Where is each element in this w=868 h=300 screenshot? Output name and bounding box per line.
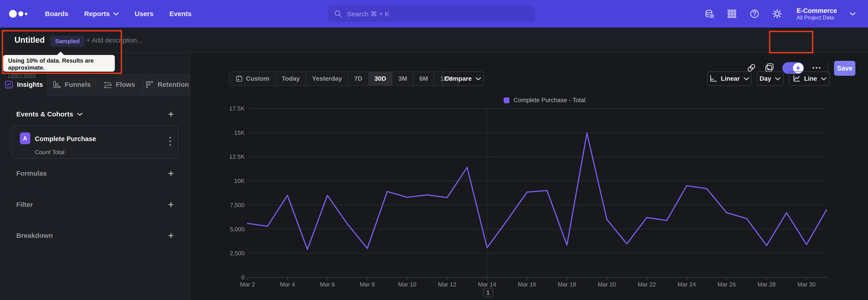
formulas-title: Formulas [16,170,47,177]
svg-text:Mar 2: Mar 2 [240,281,255,288]
sampling-tooltip: Using 10% of data. Results are approxima… [3,55,115,72]
add-breakdown-button[interactable]: + [168,231,174,241]
range-today[interactable]: Today [275,72,306,86]
event-card[interactable]: A Complete Purchase Count Total [11,126,179,159]
chevron-down-icon [821,77,827,81]
mixpanel-logo-icon[interactable] [9,10,27,18]
chevron-down-icon [743,77,749,81]
svg-text:Mar 4: Mar 4 [280,281,295,288]
svg-text:Mar 8: Mar 8 [360,281,375,288]
section-label: Events & Cohorts [16,110,73,118]
breakdown-title: Breakdown [16,232,53,239]
svg-text:17.5K: 17.5K [229,105,245,112]
scale-label: Linear [721,75,740,82]
linear-axis-icon [709,74,717,83]
tab-retention[interactable]: Retention [143,74,191,96]
chart-legend[interactable]: Complete Purchase - Total [504,97,585,104]
svg-text:Mar 30: Mar 30 [798,281,816,288]
granularity-dropdown[interactable]: Day [757,71,783,86]
svg-text:15K: 15K [234,129,245,136]
mixpanel-insights-page: Boards Reports Users Events Search ⌘ + K [0,0,868,300]
svg-text:Mar 24: Mar 24 [678,281,696,288]
line-chart-icon [792,74,800,83]
range-label: 6M [419,75,428,82]
funnels-bars-icon [52,80,61,89]
tooltip-text: Using 10% of data. Results are approxima… [8,57,110,71]
range-label: Today [282,75,300,82]
add-event-button[interactable]: + [168,109,174,119]
apps-grid-icon[interactable] [727,9,737,19]
calendar-icon [236,75,243,82]
nav-label: Reports [84,10,110,18]
chart-type-dropdown[interactable]: Line [789,71,830,86]
svg-text:7,500: 7,500 [230,202,245,208]
compare-label: Compare [444,75,472,82]
search-input[interactable]: Search ⌘ + K [328,5,535,22]
event-letter-badge: A [20,132,30,144]
report-header: Untitled Sampled + Add description... Sa… [0,28,868,53]
tab-label: Retention [158,81,189,88]
nav-item-events[interactable]: Events [169,10,191,18]
nav-item-users[interactable]: Users [135,10,153,18]
section-label: Formulas [16,170,47,177]
breakdown-section: Breakdown + [16,231,174,241]
nav-label: Events [169,10,191,18]
nav-label: Boards [45,10,68,18]
svg-text:Mar 28: Mar 28 [757,281,776,288]
pagination-page-1[interactable]: 1 [483,288,493,297]
range-30d-selected[interactable]: 30D [368,72,392,86]
svg-text:12.5K: 12.5K [229,153,245,160]
svg-text:Mar 20: Mar 20 [598,281,616,288]
nav-item-boards[interactable]: Boards [45,10,68,18]
svg-text:Mar 18: Mar 18 [558,281,576,288]
search-placeholder: Search ⌘ + K [347,10,390,18]
settings-gear-icon[interactable] [772,9,782,19]
add-filter-button[interactable]: + [168,200,174,210]
svg-text:2,500: 2,500 [230,250,245,257]
data-management-icon[interactable] [704,9,714,19]
chevron-down-icon [775,77,781,81]
more-options-icon[interactable] [812,66,821,70]
save-button[interactable]: Save [834,61,855,76]
tab-label: Insights [17,81,43,88]
formulas-section: Formulas + [16,169,174,178]
filter-title: Filter [16,201,33,208]
range-yesterday[interactable]: Yesterday [306,72,348,86]
scale-dropdown[interactable]: Linear [707,71,751,86]
chevron-down-icon [113,12,119,16]
svg-text:10K: 10K [234,177,245,184]
range-label: Custom [246,75,270,82]
svg-text:Mar 26: Mar 26 [717,281,736,288]
lightning-icon [796,65,801,71]
range-6m[interactable]: 6M [413,72,434,86]
nav-item-reports[interactable]: Reports [84,10,119,18]
report-title[interactable]: Untitled [14,35,45,45]
add-formula-button[interactable]: + [168,169,174,178]
sampled-badge[interactable]: Sampled [50,36,85,47]
range-7d[interactable]: 7D [348,72,368,86]
help-icon[interactable] [749,9,760,19]
event-name[interactable]: Complete Purchase [35,135,96,143]
chart-type-label: Line [804,75,817,82]
legend-label: Complete Purchase - Total [514,97,585,104]
kebab-menu-icon[interactable] [168,136,172,147]
range-3m[interactable]: 3M [392,72,413,86]
chevron-down-icon [77,112,83,116]
nav-label: Users [135,10,153,18]
insights-chart-icon [4,80,13,89]
granularity-label: Day [760,75,771,82]
add-description[interactable]: + Add description... [86,37,142,44]
events-cohorts-title[interactable]: Events & Cohorts [16,110,83,118]
project-switcher[interactable]: E-Commerce All Project Data [797,7,837,21]
event-metric[interactable]: Count Total [35,149,64,156]
svg-text:Mar 14: Mar 14 [478,281,496,288]
tab-label: Funnels [65,81,91,88]
learn-more-link[interactable]: Learn More [8,72,36,79]
tab-label: Flows [116,81,135,88]
range-custom[interactable]: Custom [230,72,275,86]
svg-text:Mar 6: Mar 6 [320,281,335,288]
svg-text:Mar 12: Mar 12 [438,281,456,288]
legend-swatch [504,97,509,103]
compare-dropdown[interactable]: Compare [442,71,484,86]
range-label: 3M [398,75,407,82]
